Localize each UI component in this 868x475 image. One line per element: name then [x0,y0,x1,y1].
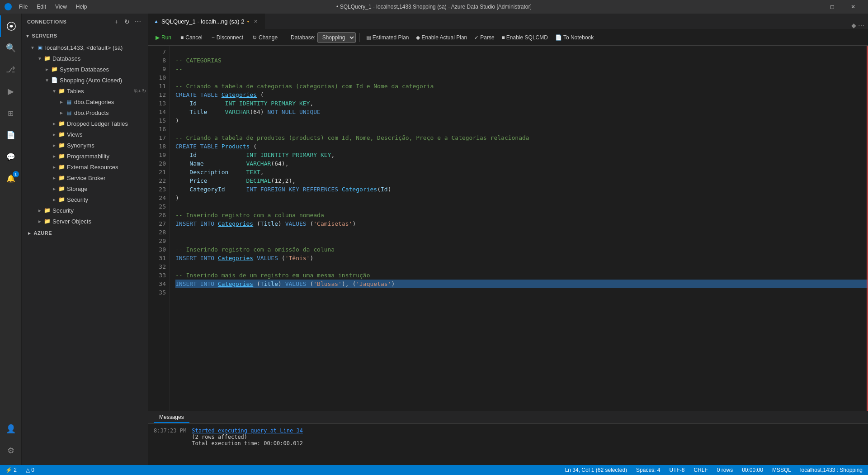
activity-account[interactable]: 👤 [0,418,22,440]
language-mode-status[interactable]: MSSQL [770,467,793,473]
menu-help[interactable]: Help [72,3,91,11]
more-button[interactable]: ⋯ [133,17,142,26]
server-chevron-icon: ▼ [29,45,36,50]
service-broker-folder-icon: 📁 [58,174,65,181]
activity-notebooks[interactable]: 📄 [0,124,22,146]
split-editor-icon[interactable]: ◆ [851,22,856,29]
shopping-db-item[interactable]: ▼ 📄 Shopping (Auto Closed) [22,75,148,86]
actual-plan-icon: ◆ [416,34,420,41]
menu-edit[interactable]: Edit [33,3,50,11]
disconnect-icon: − [212,34,215,41]
server-label: localhost,1433, <default> (sa) [45,44,123,51]
activity-connections[interactable] [0,15,22,37]
cursor-position-status[interactable]: Ln 34, Col 1 (62 selected) [563,467,629,473]
activity-settings[interactable]: ⚙ [0,440,22,461]
line-endings-status[interactable]: CRLF [692,467,709,473]
activity-search[interactable]: 🔍 [0,37,22,59]
activity-notifications[interactable]: 🔔 1 [0,167,22,189]
databases-item[interactable]: ▼ 📁 Databases [22,53,148,64]
service-broker-item[interactable]: ► 📁 Service Broker [22,172,148,183]
views-item[interactable]: ► 📁 Views [22,129,148,140]
security-server-chevron-icon: ► [36,208,43,213]
connection-info-status[interactable]: localhost,1433 : Shopping [798,467,864,473]
activity-extensions[interactable]: ⊞ [0,102,22,124]
tab-label: SQLQuery_1 - localh...ng (sa) 2 [161,18,245,25]
programmability-chevron-icon: ► [51,154,58,159]
menu-file[interactable]: File [15,3,31,11]
security-db-chevron-icon: ► [51,197,58,202]
to-notebook-link[interactable]: 📄 To Notebook [552,33,596,42]
minimize-button[interactable]: – [801,0,822,14]
main-content: ▲ SQLQuery_1 - localh...ng (sa) 2 ● ✕ ◆ … [148,14,868,465]
server-objects-item[interactable]: ► 📁 Server Objects [22,216,148,227]
servers-section-header[interactable]: ▼ SERVERS [22,29,148,42]
output-link[interactable]: Started executing query at Line 34 [192,428,303,434]
spaces-status[interactable]: Spaces: 4 [634,467,662,473]
close-button[interactable]: ✕ [843,0,863,14]
run-icon: ▶ [156,34,160,41]
refresh-button[interactable]: ↻ [123,17,132,26]
products-chevron-icon: ► [58,110,65,115]
dropped-ledger-chevron-icon: ► [51,121,58,126]
disconnect-button[interactable]: − Disconnect [208,33,247,42]
editor-toolbar: ▶ Run ■ Cancel − Disconnect ↻ Change Dat… [148,29,868,46]
database-label: Database: [291,34,316,41]
parse-link[interactable]: ✓ Parse [472,33,497,42]
tables-item[interactable]: ▼ 📁 Tables ⎗ + ↻ [22,86,148,96]
database-select[interactable]: Shopping [317,32,356,43]
sidebar-actions: + ↻ ⋯ [112,17,142,26]
query-time-status[interactable]: 00:00:00 [740,467,765,473]
synonyms-item[interactable]: ► 📁 Synonyms [22,140,148,151]
filter-icon[interactable]: ⎗ [134,88,137,94]
refresh-tables-icon[interactable]: ↻ [142,88,146,94]
security-server-label: Security [52,207,74,214]
service-broker-chevron-icon: ► [51,176,58,180]
estimated-plan-link[interactable]: ▦ Estimated Plan [363,33,412,42]
server-objects-chevron-icon: ► [36,219,43,224]
encoding-status[interactable]: UTF-8 [667,467,686,473]
rows-status[interactable]: 0 rows [715,467,735,473]
tab-sql-icon: ▲ [154,19,159,24]
warnings-status[interactable]: △ 0 [24,467,36,473]
add-connection-button[interactable]: + [112,17,121,26]
tables-label: Tables [67,88,84,95]
connections-status[interactable]: ⚡ 2 [4,467,19,473]
security-server-item[interactable]: ► 📁 Security [22,205,148,216]
databases-folder-icon: 📁 [43,55,51,62]
cancel-button[interactable]: ■ Cancel [177,33,206,42]
output-messages: Started executing query at Line 34 (2 ro… [192,428,303,446]
server-objects-label: Server Objects [52,218,91,225]
tab-close-button[interactable]: ✕ [252,18,259,25]
run-button[interactable]: ▶ Run [152,33,175,42]
azure-section[interactable]: ► AZURE [22,227,148,239]
security-db-item[interactable]: ► 📁 Security [22,194,148,205]
add-table-icon[interactable]: + [138,88,141,94]
tab-sqlquery1[interactable]: ▲ SQLQuery_1 - localh...ng (sa) 2 ● ✕ [148,14,265,29]
menu-view[interactable]: View [52,3,71,11]
storage-chevron-icon: ► [51,186,58,191]
maximize-button[interactable]: ◻ [822,0,843,14]
external-resources-item[interactable]: ► 📁 External Resources [22,162,148,172]
table-categories-item[interactable]: ► ▤ dbo.Categories [22,96,148,107]
activity-debug[interactable]: ▶ [0,81,22,102]
notification-badge: 1 [13,171,19,177]
server-item[interactable]: ▼ ▣ localhost,1433, <default> (sa) [22,42,148,53]
activity-scm[interactable]: ⎇ [0,59,22,81]
messages-tab[interactable]: Messages [154,412,189,423]
more-tabs-icon[interactable]: ⋯ [858,22,864,29]
enable-sqlcmd-link[interactable]: ■ Enable SQLCMD [499,33,551,42]
change-button[interactable]: ↻ Change [249,33,281,42]
sidebar-header: CONNECTIONS + ↻ ⋯ [22,14,148,29]
status-bar: ⚡ 2 △ 0 Ln 34, Col 1 (62 selected) Space… [0,465,868,475]
window-controls: – ◻ ✕ [801,0,863,14]
dropped-ledger-item[interactable]: ► 📁 Dropped Ledger Tables [22,118,148,129]
activity-chat[interactable]: 💬 [0,146,22,167]
code-content[interactable]: -- CATEGORIAS-- -- Criando a tabela de c… [170,46,868,411]
programmability-item[interactable]: ► 📁 Programmability [22,151,148,162]
table-products-item[interactable]: ► ▤ dbo.Products [22,107,148,118]
output-content: 8:37:23 PM Started executing query at Li… [148,424,868,465]
storage-item[interactable]: ► 📁 Storage [22,183,148,194]
system-databases-item[interactable]: ► 📁 System Databases [22,64,148,75]
editor-area[interactable]: 7891011121314151617181920212223242526272… [148,46,868,411]
enable-actual-plan-link[interactable]: ◆ Enable Actual Plan [413,33,470,42]
